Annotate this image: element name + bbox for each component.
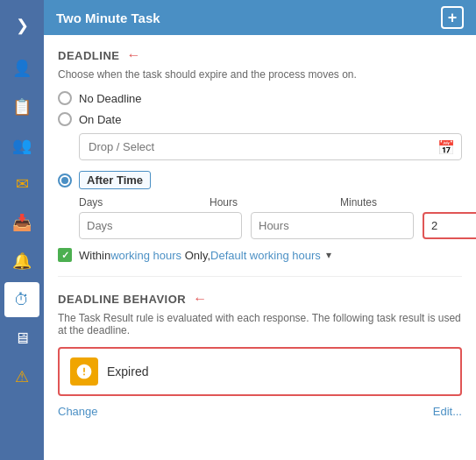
days-label: Days: [79, 196, 201, 209]
sidebar-item-clock[interactable]: ⏱: [4, 282, 39, 317]
radio-after-time-label: After Time: [79, 171, 151, 189]
time-fields: Days Hours Minutes: [79, 196, 462, 239]
radio-no-deadline[interactable]: No Deadline: [58, 91, 462, 105]
deadline-arrow-icon: ←: [126, 47, 140, 63]
edit-link[interactable]: Edit...: [433, 405, 462, 418]
sidebar: ❯ 👤 📋 👥 ✉ 📥 🔔 ⏱ 🖥 ⚠: [0, 0, 44, 460]
deadline-behavior-description: The Task Result rule is evaluated with e…: [58, 312, 462, 336]
deadline-behavior-section-header: DEADLINE BEHAVIOR ←: [58, 291, 462, 307]
sidebar-item-bell[interactable]: 🔔: [4, 244, 39, 279]
hours-input[interactable]: [251, 212, 414, 239]
deadline-section-header: DEADLINE ←: [58, 47, 462, 63]
deadline-description: Choose when the task should expire and t…: [58, 68, 462, 81]
radio-after-time[interactable]: After Time: [58, 171, 462, 189]
days-input[interactable]: [79, 212, 242, 239]
sidebar-item-users[interactable]: 👥: [4, 128, 39, 163]
minutes-input[interactable]: [423, 212, 476, 239]
add-button[interactable]: +: [441, 6, 464, 29]
drop-select-input[interactable]: [79, 133, 462, 160]
sidebar-item-monitor[interactable]: 🖥: [4, 321, 39, 356]
expired-box: Expired: [58, 347, 462, 396]
sidebar-item-email[interactable]: ✉: [4, 166, 39, 202]
hours-label: Hours: [210, 196, 331, 209]
action-row: Change Edit...: [58, 405, 462, 418]
working-hours-row: Within working hours Only, Default worki…: [58, 248, 462, 262]
main-panel: Two Minute Task + DEADLINE ← Choose when…: [44, 0, 476, 460]
drop-select-container: 📅: [79, 133, 462, 160]
radio-no-deadline-circle: [58, 91, 72, 105]
radio-after-time-circle: [58, 173, 72, 188]
default-working-hours-link[interactable]: Default working hours: [210, 249, 321, 262]
working-hours-checkbox[interactable]: [58, 248, 72, 262]
working-hours-link[interactable]: working hours: [110, 249, 181, 262]
expired-svg-icon: [75, 363, 93, 380]
time-labels: Days Hours Minutes: [79, 196, 462, 209]
deadline-behavior-arrow-icon: ←: [193, 291, 207, 307]
sidebar-item-user[interactable]: 👤: [4, 51, 39, 86]
chevron-down-icon[interactable]: ▾: [326, 249, 331, 261]
radio-on-date-circle: [58, 112, 72, 126]
deadline-title: DEADLINE: [58, 49, 119, 62]
sidebar-item-inbox[interactable]: 📥: [4, 205, 39, 240]
content-area: DEADLINE ← Choose when the task should e…: [44, 35, 476, 460]
deadline-behavior-title: DEADLINE BEHAVIOR: [58, 293, 186, 306]
sidebar-item-warning[interactable]: ⚠: [4, 359, 39, 394]
expired-label: Expired: [107, 364, 148, 379]
sidebar-toggle[interactable]: ❯: [9, 9, 36, 42]
sidebar-item-doc[interactable]: 📋: [4, 89, 39, 124]
calendar-icon: 📅: [437, 138, 455, 155]
header: Two Minute Task +: [44, 0, 476, 35]
header-title: Two Minute Task: [56, 11, 160, 25]
minutes-label: Minutes: [340, 196, 462, 209]
radio-on-date-label: On Date: [79, 113, 121, 126]
radio-on-date[interactable]: On Date: [58, 112, 462, 126]
expired-task-icon: [70, 357, 98, 386]
section-divider: [58, 276, 462, 277]
working-text-within: Within: [79, 249, 110, 262]
time-inputs: [79, 212, 462, 239]
change-link[interactable]: Change: [58, 405, 98, 418]
working-text-only: Only,: [181, 249, 210, 262]
radio-no-deadline-label: No Deadline: [79, 92, 142, 105]
